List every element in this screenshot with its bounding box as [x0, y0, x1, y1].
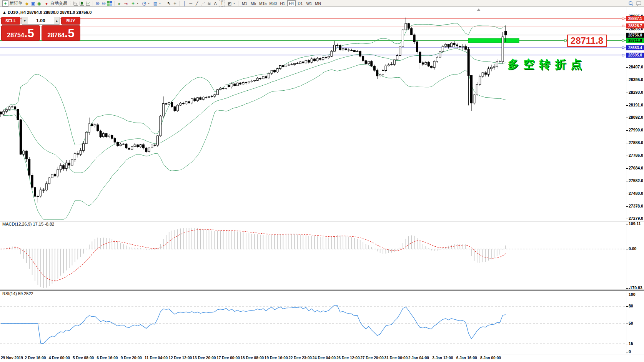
candle: [43, 190, 45, 190]
candle: [356, 51, 358, 52]
zoom-in-icon[interactable]: ⊕: [95, 1, 100, 6]
crosshair-tool-icon[interactable]: +: [172, 1, 178, 6]
chart-shift-marker-icon[interactable]: [477, 8, 481, 11]
periods-button[interactable]: ◷ ▾: [140, 0, 151, 7]
timeframe-button-m15[interactable]: M15: [258, 0, 268, 6]
axis-tick-mark: [626, 206, 628, 207]
candle: [245, 83, 247, 83]
candle: [40, 190, 42, 196]
candle: [348, 50, 350, 50]
time-axis-label: 3 Jan 12:00: [432, 356, 453, 360]
new-order-button[interactable]: + 新订单: [1, 0, 23, 7]
macd-pane-splitter[interactable]: [0, 220, 644, 221]
price-tag-blue[interactable]: 28595.0: [626, 53, 644, 58]
channel-tool-icon[interactable]: ≋: [206, 1, 212, 6]
fibonacci-tool-icon[interactable]: ⋰: [200, 1, 206, 6]
turning-point-annotation: 多空转折点: [508, 57, 586, 72]
buy-button[interactable]: BUY: [61, 17, 80, 25]
price-tag-last[interactable]: 28756.0: [626, 33, 644, 38]
candle: [388, 65, 389, 66]
volume-input[interactable]: [28, 17, 54, 24]
candle: [325, 58, 327, 58]
timeframe-button-d1[interactable]: D1: [296, 0, 305, 6]
price-axis[interactable]: 28905.028803.028701.028497.028395.028293…: [626, 7, 644, 354]
timeframe-button-m30[interactable]: M30: [268, 0, 278, 6]
candle: [499, 61, 501, 62]
buy-price-frac: .5: [65, 27, 75, 40]
support-zone-highlight[interactable]: [468, 38, 519, 43]
templates-button[interactable]: ▧ ▾: [151, 0, 162, 7]
candle: [137, 145, 139, 147]
timeframe-button-h4[interactable]: H4: [287, 0, 296, 6]
price-axis-label: 27888.0: [629, 140, 643, 145]
text-label-tool-icon[interactable]: T: [219, 0, 225, 7]
rsi-indicator-label: RSI(14) 59.2522: [2, 291, 33, 296]
vertical-line-tool-icon[interactable]: │: [182, 1, 187, 6]
candlestick-mode-icon[interactable]: [79, 1, 85, 6]
candle: [148, 148, 150, 152]
volume-decrease-button[interactable]: ▼: [22, 17, 28, 24]
rsi-axis-label: 50: [629, 321, 633, 325]
price-tag-red[interactable]: 28828.7: [626, 23, 644, 28]
buy-price-tile[interactable]: 28764.5: [42, 25, 80, 41]
candle: [57, 169, 59, 176]
search-icon[interactable]: [628, 1, 634, 6]
timeframe-button-h1[interactable]: H1: [278, 0, 287, 6]
cursor-tool-icon[interactable]: ↖: [166, 1, 171, 6]
candle: [174, 107, 176, 111]
rsi-line: [1, 305, 506, 343]
candle: [77, 154, 79, 154]
price-tag-blue[interactable]: 28653.4: [626, 45, 644, 50]
candle: [205, 97, 207, 98]
horizontal-line-tool-icon[interactable]: ─: [188, 1, 193, 6]
time-axis-label: 31 Dec 00:00: [384, 356, 408, 360]
rsi-pane-splitter[interactable]: [0, 289, 644, 291]
price-tag-red[interactable]: 28887.1: [626, 16, 644, 21]
time-axis-label: 29 Nov 2019: [1, 356, 23, 360]
chat-icon[interactable]: [636, 1, 641, 6]
bar-chart-mode-icon[interactable]: [73, 1, 78, 6]
sell-price-tile[interactable]: 28754.5: [1, 25, 40, 41]
candle: [5, 110, 7, 111]
strategy-tester-icon[interactable]: ◆: [24, 1, 30, 6]
market-watch-icon[interactable]: ▣: [30, 1, 36, 6]
price-axis-label: 28092.0: [629, 115, 643, 120]
volume-increase-button[interactable]: ▲: [54, 17, 60, 24]
navigator-icon[interactable]: ◉: [37, 1, 42, 6]
line-anchor-square[interactable]: [622, 40, 624, 42]
toolbar-grip: [70, 1, 72, 6]
collapse-arrow-icon[interactable]: ▲: [2, 10, 7, 15]
line-anchor-square[interactable]: [622, 25, 624, 27]
timeframe-button-mn[interactable]: MN: [314, 0, 322, 6]
text-tool-icon[interactable]: A: [213, 1, 218, 6]
price-chart-svg[interactable]: [0, 0, 626, 354]
timeframe-button-w1[interactable]: W1: [305, 0, 313, 6]
trendline-tool-icon[interactable]: ╱: [194, 1, 200, 6]
candle: [280, 65, 281, 68]
timeframe-button-m1[interactable]: M1: [240, 0, 249, 6]
line-anchor-square[interactable]: [564, 40, 566, 42]
zoom-out-icon[interactable]: ⊖: [101, 1, 107, 6]
chart-shift-icon[interactable]: ⇥: [123, 1, 128, 6]
price-tag-green[interactable]: 28711.8: [626, 38, 644, 43]
add-indicator-button[interactable]: + ▾: [129, 0, 140, 7]
axis-tick-mark: [626, 67, 628, 68]
tile-windows-icon[interactable]: [107, 1, 113, 6]
sell-button[interactable]: SELL: [1, 17, 20, 25]
line-anchor-square[interactable]: [622, 47, 624, 49]
candle: [282, 65, 284, 67]
candle: [351, 50, 353, 51]
autotrading-button[interactable]: ● 自动交易: [43, 0, 68, 7]
candle: [311, 59, 313, 62]
line-anchor-square[interactable]: [622, 54, 624, 56]
line-chart-mode-icon[interactable]: [85, 1, 91, 6]
timeframe-button-m5[interactable]: M5: [249, 0, 258, 6]
price-axis-label: 27378.0: [629, 204, 643, 208]
line-anchor-square[interactable]: [622, 18, 624, 20]
price-level-callout[interactable]: 28711.8: [567, 35, 607, 47]
candle: [103, 134, 105, 137]
arrows-tool-button[interactable]: ◩ ▾: [226, 0, 236, 7]
time-axis[interactable]: 29 Nov 20192 Dec 16:004 Dec 00:005 Dec 0…: [0, 354, 644, 362]
auto-scroll-icon[interactable]: ▸: [117, 1, 122, 6]
candle: [260, 78, 261, 79]
